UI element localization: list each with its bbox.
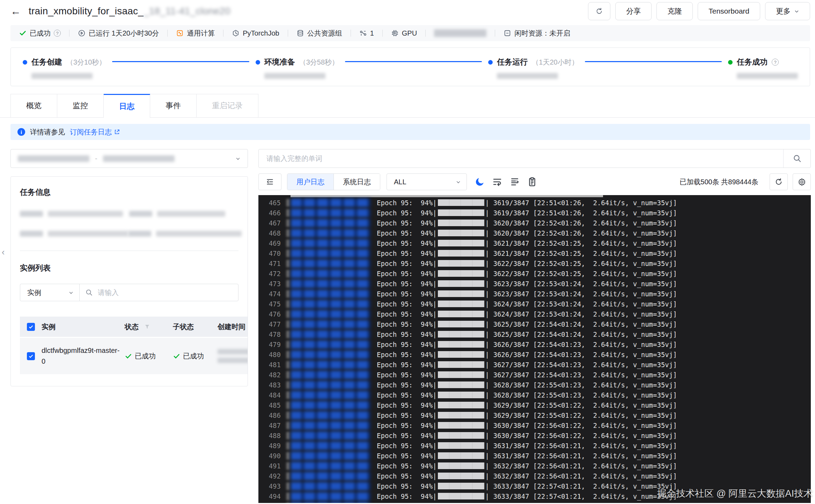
log-line: 485Epoch 95: 94%|| 3629/3847 [22:55<01:2… (258, 400, 811, 410)
log-lines-container: 465Epoch 95: 94%|| 3619/3847 [22:51<01:2… (258, 195, 811, 503)
log-search-input[interactable] (259, 149, 783, 168)
progress-bar (438, 280, 484, 287)
progress-bar (438, 422, 484, 429)
dark-mode-moon-icon[interactable] (475, 177, 485, 187)
log-viewer[interactable]: 465Epoch 95: 94%|| 3619/3847 [22:51<01:2… (258, 195, 811, 503)
refresh-button[interactable] (588, 2, 610, 20)
instance-table-header: 实例 状态 子状态 创建时间 (20, 317, 248, 337)
page-header: ← train_xmobility_for_isaac_ _18_11-41_c… (0, 0, 815, 20)
redacted-log-prefix (286, 209, 289, 217)
redacted-log-prefix (286, 492, 289, 500)
more-label: 更多 (776, 6, 791, 16)
filter-funnel-icon[interactable] (144, 324, 150, 330)
log-text: | 3619/3847 [22:51<01:26, 2.64it/s, v_nu… (485, 209, 677, 217)
log-text: | 3631/3847 [22:56<01:21, 2.64it/s, v_nu… (485, 452, 677, 460)
instance-search-input[interactable] (97, 288, 233, 297)
redacted-timestamp (291, 371, 370, 379)
back-arrow-icon[interactable]: ← (10, 6, 21, 16)
redacted-log-prefix (286, 270, 289, 277)
instance-substatus: 已成功 (183, 351, 204, 361)
log-line: 475Epoch 95: 94%|| 3624/3847 [22:53<01:2… (258, 299, 811, 309)
stage-duration: （3分10秒） (66, 58, 106, 67)
line-number: 465 (258, 199, 281, 207)
log-line: 470Epoch 95: 94%|| 3621/3847 [22:52<01:2… (258, 248, 811, 258)
redacted-log-prefix (286, 432, 289, 439)
log-text: Epoch 95: 94%| (377, 422, 437, 429)
log-line: 466Epoch 95: 94%|| 3619/3847 [22:51<01:2… (258, 208, 811, 218)
stage-label: 环境准备 (264, 57, 295, 67)
log-refresh-button[interactable] (770, 173, 788, 190)
log-line: 465Epoch 95: 94%|| 3619/3847 [22:51<01:2… (258, 198, 811, 208)
tab-overview[interactable]: 概览 (10, 94, 57, 118)
redacted-timestamp (291, 411, 370, 420)
tab-events[interactable]: 事件 (150, 94, 197, 118)
help-icon[interactable]: ? (54, 30, 61, 37)
log-text: | 3619/3847 [22:51<01:26, 2.64it/s, v_nu… (485, 199, 677, 207)
timeline-stage-create: 任务创建 （3分10秒） (23, 57, 106, 79)
log-line: 482Epoch 95: 94%|| 3627/3847 [22:54<01:2… (258, 370, 811, 380)
tab-monitor[interactable]: 监控 (57, 94, 104, 118)
log-text: Epoch 95: 94%| (377, 472, 437, 480)
chevron-down-icon (456, 179, 461, 185)
log-line: 479Epoch 95: 94%|| 3626/3847 [22:54<01:2… (258, 339, 811, 349)
banner-link-label: 订阅任务日志 (70, 127, 112, 137)
info-banner: i 详情请参见 订阅任务日志 (10, 124, 810, 140)
log-line: 471Epoch 95: 94%|| 3622/3847 [22:52<01:2… (258, 258, 811, 268)
redacted-timestamp (291, 330, 370, 339)
line-number: 467 (258, 219, 281, 227)
instance-name: dlctfwbgpmlfaz9t-master-0 (42, 345, 125, 367)
job-status: 已成功 ? (19, 29, 61, 38)
progress-bar (438, 220, 484, 226)
redacted-log-prefix (286, 280, 289, 288)
log-text: Epoch 95: 94%| (377, 462, 437, 470)
log-line: 495Epoch 95: 94%|| 3634/3847 [22:57<01:2… (258, 501, 811, 503)
log-text: | 3632/3847 [22:56<01:21, 2.64it/s, v_nu… (485, 472, 677, 480)
tensorboard-button[interactable]: Tensorboard (698, 2, 760, 20)
stage-label: 任务运行 (497, 57, 528, 67)
line-number: 484 (258, 391, 281, 399)
redacted-log-prefix (286, 462, 289, 470)
log-text: | 3621/3847 [22:52<01:25, 2.64it/s, v_nu… (485, 250, 677, 257)
tab-logs[interactable]: 日志 (104, 94, 150, 118)
redacted-log-prefix (286, 412, 289, 419)
collapse-panel-handle[interactable]: ‹ (0, 244, 6, 260)
copy-clipboard-icon[interactable] (527, 177, 537, 187)
word-wrap-icon[interactable] (492, 177, 502, 187)
progress-bar (438, 270, 484, 277)
redacted-timestamp (291, 442, 370, 450)
progress-bar (438, 442, 484, 449)
loaded-count: 已加载500条 共898444条 (680, 177, 758, 187)
log-line: 474Epoch 95: 94%|| 3623/3847 [22:53<01:2… (258, 289, 811, 299)
log-search-button[interactable] (783, 149, 810, 168)
help-icon[interactable]: ? (772, 59, 779, 66)
more-button[interactable]: 更多 (765, 2, 810, 20)
log-text: | 3633/3847 [22:57<01:21, 2.64it/s, v_nu… (485, 492, 677, 500)
line-numbers-icon[interactable] (509, 177, 520, 187)
collapse-gutter-button[interactable] (258, 173, 281, 190)
redacted-log-prefix (286, 401, 289, 409)
filter-field-select[interactable]: 实例 (20, 284, 80, 301)
watermark-text: 掘金技术社区 @ 阿里云大数据AI技术 (657, 487, 813, 500)
share-button[interactable]: 分享 (615, 2, 652, 20)
job-detail-page: ← train_xmobility_for_isaac_ _18_11-41_c… (0, 0, 815, 504)
log-text: | 3622/3847 [22:52<01:25, 2.64it/s, v_nu… (485, 260, 677, 267)
date-range-select[interactable]: - (10, 149, 248, 168)
log-text: | 3625/3847 [22:54<01:24, 2.64it/s, v_nu… (485, 331, 677, 338)
progress-bar (438, 432, 484, 439)
log-text: | 3623/3847 [22:53<01:24, 2.64it/s, v_nu… (485, 290, 677, 298)
check-icon (173, 353, 180, 360)
row-checkbox[interactable] (27, 352, 35, 360)
stage-duration: （3分58秒） (299, 58, 339, 67)
line-number: 466 (258, 209, 281, 217)
log-text: | 3620/3847 [22:52<01:26, 2.64it/s, v_nu… (485, 219, 677, 227)
select-all-checkbox[interactable] (27, 323, 35, 331)
subscribe-log-link[interactable]: 订阅任务日志 (70, 127, 120, 137)
clone-button[interactable]: 克隆 (656, 2, 693, 20)
tab-user-logs[interactable]: 用户日志 (287, 174, 333, 190)
log-level-select[interactable]: ALL (387, 173, 467, 190)
log-text: | 3626/3847 [22:54<01:23, 2.64it/s, v_nu… (485, 351, 677, 358)
redacted-timestamp (291, 229, 370, 237)
log-settings-button[interactable] (793, 173, 811, 190)
instance-row[interactable]: dlctfwbgpmlfaz9t-master-0 已成功 已成功 (20, 338, 248, 374)
tab-system-logs[interactable]: 系统日志 (333, 174, 380, 190)
